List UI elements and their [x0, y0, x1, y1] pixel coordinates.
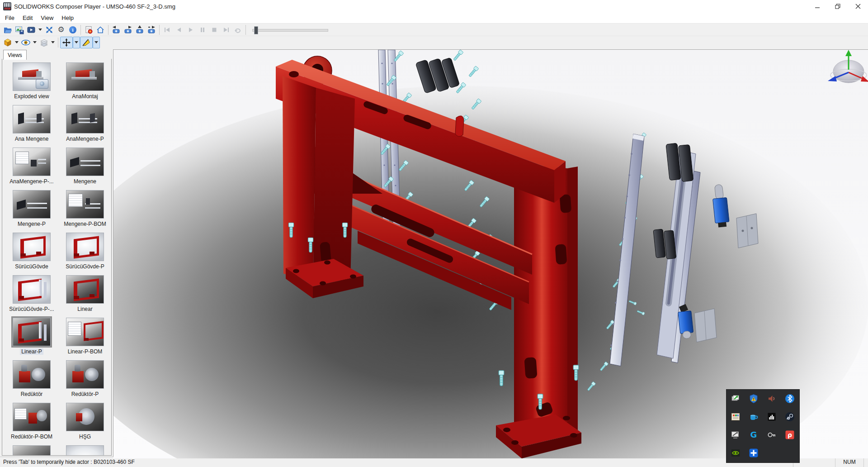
flux-icon[interactable]	[767, 430, 777, 440]
view-toolbar	[0, 36, 868, 48]
view-thumbnail[interactable]	[66, 318, 104, 346]
redline-mode-button[interactable]	[80, 37, 93, 48]
defender-security-icon[interactable]	[749, 394, 759, 404]
audio-meter-icon[interactable]	[767, 412, 777, 422]
view-thumbnail[interactable]	[66, 233, 104, 261]
export-video-button[interactable]	[25, 24, 37, 35]
view-arrow-right-button[interactable]	[122, 24, 134, 35]
view-thumbnail[interactable]	[13, 62, 51, 91]
screen-share-icon[interactable]	[731, 430, 741, 440]
view-item[interactable]: SürücüGövde-P	[58, 233, 112, 275]
redline-mode-dropdown[interactable]	[93, 37, 100, 48]
loop-button[interactable]	[232, 24, 244, 35]
publish-button[interactable]	[83, 24, 94, 35]
view-thumbnail[interactable]	[66, 148, 104, 176]
coffee-cup-icon[interactable]	[749, 412, 759, 422]
steam-icon[interactable]	[785, 412, 795, 422]
minimize-button[interactable]	[807, 0, 827, 13]
close-button[interactable]	[848, 0, 868, 13]
view-item[interactable]: AnaMengene-P	[58, 105, 112, 148]
view-thumbnail[interactable]	[66, 360, 104, 389]
view-arrow-up-button[interactable]	[134, 24, 146, 35]
layers-dropdown[interactable]	[50, 37, 56, 48]
view-thumbnail[interactable]	[66, 105, 104, 133]
view-thumbnail[interactable]	[13, 360, 51, 389]
blue-plus-icon[interactable]	[749, 448, 759, 458]
greenshot-icon[interactable]	[731, 394, 741, 404]
render-mode-button[interactable]	[2, 37, 14, 48]
view-label: Mengene-P	[18, 221, 46, 227]
pause-button[interactable]	[197, 24, 208, 35]
view-thumbnail[interactable]	[13, 275, 51, 304]
view-item[interactable]: Linear-P	[5, 318, 58, 360]
view-item[interactable]: Exploded view	[5, 62, 58, 105]
view-thumbnail[interactable]	[66, 62, 104, 91]
view-arrow-left-button[interactable]	[110, 24, 122, 35]
view-item[interactable]: Redüktör	[5, 360, 58, 403]
visibility-dropdown[interactable]	[32, 37, 38, 48]
restore-button[interactable]	[827, 0, 848, 13]
go-first-button[interactable]	[161, 24, 173, 35]
view-item[interactable]: Mengene-P	[5, 190, 58, 233]
view-thumbnail[interactable]	[13, 318, 51, 346]
toolbar-separator	[58, 38, 58, 48]
view-item[interactable]: AnaMengene-P-...	[5, 148, 58, 190]
red-p-icon[interactable]: ρ	[785, 430, 795, 440]
export-video-dropdown[interactable]	[37, 24, 43, 35]
menu-edit[interactable]: Edit	[19, 13, 37, 23]
view-label: Redüktör-P	[71, 391, 99, 397]
volume-icon[interactable]	[767, 394, 777, 404]
view-item[interactable]: SürücüGövde-P-...	[5, 275, 58, 318]
slider-thumb[interactable]	[254, 26, 258, 34]
go-last-button[interactable]	[220, 24, 232, 35]
render-mode-dropdown[interactable]	[14, 37, 20, 48]
stop-button[interactable]	[208, 24, 220, 35]
view-item[interactable]	[58, 445, 112, 456]
view-item[interactable]: Redüktör-P	[58, 360, 112, 403]
view-item[interactable]: Linear-P-BOM	[58, 318, 112, 360]
properties-button[interactable]: i	[67, 24, 79, 35]
view-item[interactable]: Mengene	[58, 148, 112, 190]
gear-icon: ⚙	[57, 26, 64, 33]
view-item[interactable]: Linear	[58, 275, 112, 318]
view-item[interactable]: Redüktör-P-BOM	[5, 403, 58, 445]
view-item[interactable]: SürücüGövde	[5, 233, 58, 275]
play-button[interactable]	[185, 24, 197, 35]
view-thumbnail[interactable]	[66, 403, 104, 431]
move-mode-button[interactable]	[60, 37, 73, 48]
view-item[interactable]	[5, 445, 58, 456]
view-thumbnail[interactable]	[13, 105, 51, 133]
view-thumbnail[interactable]	[13, 233, 51, 261]
go-previous-button[interactable]	[173, 24, 185, 35]
menu-file[interactable]: File	[1, 13, 19, 23]
move-mode-dropdown[interactable]	[73, 37, 80, 48]
photos-icon[interactable]	[731, 412, 741, 422]
home-button[interactable]	[94, 24, 106, 35]
preferences-button[interactable]: ⚙	[55, 24, 67, 35]
logitech-g-icon[interactable]: G	[749, 430, 759, 440]
view-thumbnail[interactable]	[13, 148, 51, 176]
view-item[interactable]: AnaMontaj	[58, 62, 112, 105]
view-thumbnail[interactable]	[13, 403, 51, 431]
view-thumbnail[interactable]	[66, 275, 104, 304]
layers-button[interactable]	[38, 37, 50, 48]
view-item[interactable]: HŞG	[58, 403, 112, 445]
menu-help[interactable]: Help	[57, 13, 78, 23]
bluetooth-icon[interactable]	[785, 394, 795, 404]
visibility-button[interactable]	[20, 37, 32, 48]
title-bar: SOLIDWORKS Composer Player - UMSO-460 SF…	[0, 0, 868, 13]
view-thumbnail[interactable]	[66, 445, 104, 456]
view-arrow-forward-button[interactable]	[146, 24, 157, 35]
view-item[interactable]: Mengene-P-BOM	[58, 190, 112, 233]
view-thumbnail[interactable]	[13, 190, 51, 219]
view-thumbnail[interactable]	[13, 445, 51, 456]
save-picture-button[interactable]	[14, 24, 25, 35]
speed-slider[interactable]	[252, 26, 328, 33]
view-thumbnail[interactable]	[66, 190, 104, 219]
open-button[interactable]	[2, 24, 14, 35]
view-item[interactable]: Ana Mengene	[5, 105, 58, 148]
tab-views[interactable]: Views	[3, 50, 27, 60]
nvidia-icon[interactable]	[731, 448, 741, 458]
menu-view[interactable]: View	[37, 13, 57, 23]
fit-view-button[interactable]	[43, 24, 55, 35]
